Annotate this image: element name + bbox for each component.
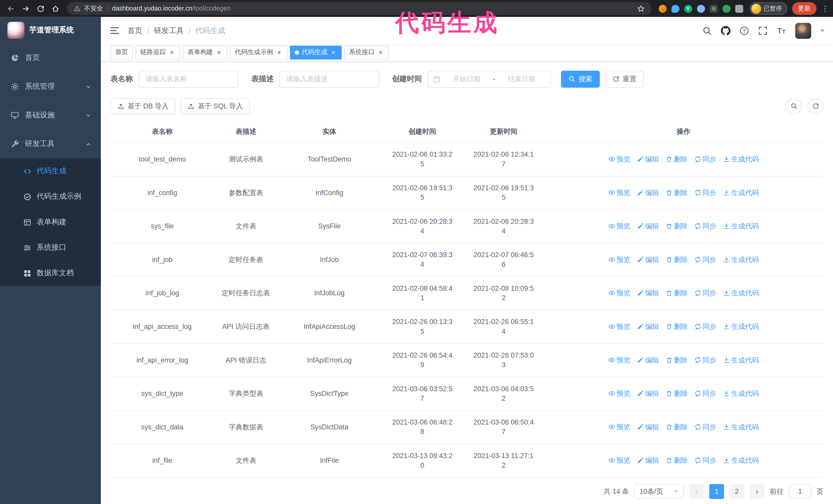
sidebar-subitem-codegen[interactable]: 代码生成 (0, 159, 101, 184)
action-编辑[interactable]: 编辑 (637, 221, 659, 231)
extension-icon-3[interactable]: V (684, 5, 692, 13)
action-预览[interactable]: 预览 (608, 322, 630, 331)
action-删除[interactable]: 删除 (665, 456, 688, 465)
action-同步[interactable]: 同步 (694, 188, 716, 197)
action-编辑[interactable]: 编辑 (637, 288, 659, 298)
search-icon[interactable] (702, 26, 712, 35)
action-生成代码[interactable]: 生成代码 (723, 322, 759, 331)
close-icon[interactable] (377, 49, 384, 56)
action-编辑[interactable]: 编辑 (637, 355, 659, 365)
sidebar-item-devtools[interactable]: 研发工具 (0, 130, 101, 159)
action-删除[interactable]: 删除 (665, 221, 688, 231)
action-编辑[interactable]: 编辑 (637, 154, 659, 164)
action-生成代码[interactable]: 生成代码 (723, 389, 759, 398)
logo[interactable]: 芋道管理系统 (0, 17, 101, 44)
sidebar-subitem-form-builder[interactable]: 表单构建 (0, 210, 101, 235)
action-删除[interactable]: 删除 (665, 288, 688, 298)
action-预览[interactable]: 预览 (608, 355, 630, 365)
action-生成代码[interactable]: 生成代码 (723, 422, 759, 432)
action-预览[interactable]: 预览 (608, 221, 630, 231)
extension-icon-6[interactable] (722, 5, 730, 13)
sidebar-item-home[interactable]: 首页 (0, 44, 101, 72)
tab-首页[interactable]: 首页 (111, 46, 133, 59)
action-同步[interactable]: 同步 (694, 355, 716, 365)
extensions-puzzle-icon[interactable] (735, 5, 743, 13)
font-size-icon[interactable] (777, 26, 786, 35)
profile-chip[interactable]: 已暂停 (749, 2, 787, 15)
close-icon[interactable] (276, 49, 283, 56)
close-icon[interactable] (168, 49, 175, 56)
action-删除[interactable]: 删除 (665, 389, 688, 398)
sidebar-item-system[interactable]: 系统管理 (0, 72, 101, 101)
breadcrumb-devtools[interactable]: 研发工具 (154, 26, 184, 35)
close-icon[interactable] (330, 49, 337, 56)
extension-icon-4[interactable] (697, 5, 705, 13)
action-生成代码[interactable]: 生成代码 (723, 288, 759, 298)
action-编辑[interactable]: 编辑 (637, 255, 659, 264)
table-desc-input[interactable] (279, 71, 379, 88)
sidebar-subitem-system-api[interactable]: 系统接口 (0, 235, 101, 260)
hamburger-icon[interactable] (110, 26, 119, 35)
action-删除[interactable]: 删除 (665, 322, 688, 331)
action-同步[interactable]: 同步 (694, 154, 716, 164)
sidebar-subitem-codegen-example[interactable]: 代码生成示例 (0, 184, 101, 209)
toggle-search-button[interactable] (786, 98, 802, 114)
search-button[interactable]: 搜索 (561, 71, 600, 88)
action-生成代码[interactable]: 生成代码 (723, 255, 759, 264)
action-编辑[interactable]: 编辑 (637, 322, 659, 331)
action-同步[interactable]: 同步 (694, 221, 716, 231)
reset-button[interactable]: 重置 (605, 71, 644, 88)
address-bar[interactable]: 不安全 dashboard.yudao.iocoder.cn/tool/code… (67, 2, 651, 15)
tab-链路追踪[interactable]: 链路追踪 (136, 46, 180, 59)
sidebar-subitem-db-doc[interactable]: 数据库文档 (0, 261, 101, 286)
action-删除[interactable]: 删除 (665, 422, 688, 432)
action-编辑[interactable]: 编辑 (637, 422, 659, 432)
action-同步[interactable]: 同步 (694, 389, 716, 398)
action-生成代码[interactable]: 生成代码 (723, 355, 759, 365)
refresh-table-button[interactable] (808, 98, 824, 114)
close-icon[interactable] (216, 49, 223, 56)
action-删除[interactable]: 删除 (665, 355, 688, 365)
import-sql-button[interactable]: 基于 SQL 导入 (181, 98, 249, 114)
extension-icon-2[interactable] (671, 5, 679, 13)
action-同步[interactable]: 同步 (694, 255, 716, 264)
action-编辑[interactable]: 编辑 (637, 188, 659, 197)
help-icon[interactable]: ? (739, 26, 749, 35)
action-预览[interactable]: 预览 (608, 188, 630, 197)
update-button[interactable]: 更新 (792, 2, 816, 15)
tab-代码生成示例[interactable]: 代码生成示例 (230, 46, 287, 59)
browser-menu-icon[interactable]: ⋮ (821, 4, 829, 13)
fullscreen-icon[interactable] (758, 26, 768, 35)
action-生成代码[interactable]: 生成代码 (723, 154, 759, 164)
page-size-select[interactable]: 10条/页 (634, 484, 684, 499)
action-删除[interactable]: 删除 (665, 154, 688, 164)
action-预览[interactable]: 预览 (608, 389, 630, 398)
goto-page-input[interactable] (789, 484, 811, 499)
user-avatar[interactable] (795, 23, 811, 39)
extension-icon-1[interactable] (659, 5, 666, 13)
prev-page-button[interactable] (689, 484, 704, 499)
action-生成代码[interactable]: 生成代码 (723, 456, 759, 465)
github-icon[interactable] (721, 26, 731, 35)
action-生成代码[interactable]: 生成代码 (723, 188, 759, 197)
action-同步[interactable]: 同步 (694, 322, 716, 331)
action-同步[interactable]: 同步 (694, 288, 716, 298)
home-icon[interactable] (49, 2, 62, 15)
tab-代码生成[interactable]: 代码生成 (290, 46, 342, 59)
tab-表单构建[interactable]: 表单构建 (183, 46, 227, 59)
action-生成代码[interactable]: 生成代码 (723, 221, 759, 231)
sidebar-item-infra[interactable]: 基础设施 (0, 101, 101, 130)
action-同步[interactable]: 同步 (694, 422, 716, 432)
extension-icon-5[interactable] (710, 5, 717, 13)
forward-icon[interactable] (19, 2, 32, 15)
caret-down-icon[interactable] (820, 30, 825, 34)
action-同步[interactable]: 同步 (694, 456, 716, 465)
action-编辑[interactable]: 编辑 (637, 456, 659, 465)
action-删除[interactable]: 删除 (665, 188, 688, 197)
import-db-button[interactable]: 基于 DB 导入 (111, 98, 175, 114)
action-预览[interactable]: 预览 (608, 154, 630, 164)
tab-系统接口[interactable]: 系统接口 (344, 46, 389, 59)
page-1[interactable]: 1 (709, 484, 724, 499)
back-icon[interactable] (4, 2, 17, 15)
action-删除[interactable]: 删除 (665, 255, 688, 264)
